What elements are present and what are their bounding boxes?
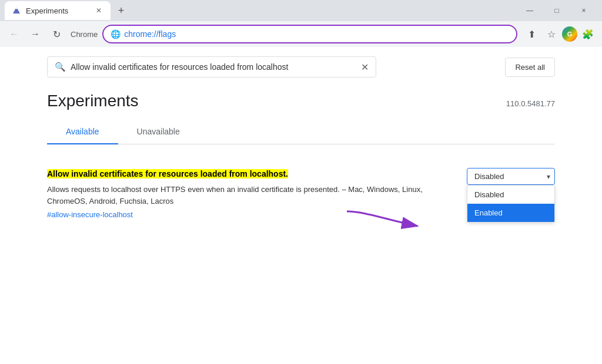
main-content: 🔍 ✕ Reset all Experiments 110.0.5481.77 …: [0, 47, 602, 364]
feature-description: Allows requests to localhost over HTTPS …: [47, 184, 443, 207]
dropdown-option-enabled[interactable]: Enabled: [467, 204, 554, 222]
address-input[interactable]: [124, 29, 509, 39]
nav-bar: ← → ↻ Chrome 🌐 ⬆ ☆ G 🧩: [0, 21, 602, 47]
refresh-button[interactable]: ↻: [47, 25, 66, 43]
page-title: Experiments: [47, 92, 139, 110]
nav-actions: ⬆ ☆ G 🧩: [522, 25, 597, 43]
close-button[interactable]: ×: [570, 0, 597, 21]
security-icon: 🌐: [111, 29, 121, 39]
active-tab[interactable]: Experiments ✕: [5, 1, 111, 20]
restore-button[interactable]: □: [543, 0, 570, 21]
new-tab-button[interactable]: +: [113, 2, 129, 19]
tab-close-button[interactable]: ✕: [94, 6, 103, 15]
dropdown-list: Disabled Enabled: [467, 185, 555, 223]
reset-all-button[interactable]: Reset all: [505, 58, 555, 77]
google-account-icon[interactable]: G: [562, 26, 577, 42]
version-number: 110.0.5481.77: [506, 99, 555, 108]
title-bar-left: Experiments ✕ +: [5, 1, 129, 20]
feature-anchor-link[interactable]: #allow-insecure-localhost: [47, 210, 443, 219]
title-bar: Experiments ✕ + — □ ×: [0, 0, 602, 21]
feature-dropdown[interactable]: Default Disabled Enabled: [467, 168, 555, 185]
address-bar-container[interactable]: 🌐: [102, 25, 517, 43]
tab-title: Experiments: [26, 6, 68, 15]
tab-icon: [12, 6, 21, 15]
clear-search-button[interactable]: ✕: [361, 62, 369, 73]
feature-title: Allow invalid certificates for resources…: [47, 169, 288, 178]
feature-item: Allow invalid certificates for resources…: [47, 159, 555, 228]
back-button[interactable]: ←: [5, 25, 24, 43]
search-section: 🔍 ✕ Reset all: [47, 47, 555, 77]
dropdown-container[interactable]: Default Disabled Enabled ▾ Disabled Enab…: [467, 168, 555, 185]
dropdown-option-disabled[interactable]: Disabled: [467, 186, 554, 204]
bookmark-button[interactable]: ☆: [542, 25, 561, 43]
chrome-label: Chrome: [71, 30, 98, 39]
minimize-button[interactable]: —: [516, 0, 543, 21]
search-bar[interactable]: 🔍 ✕: [47, 56, 376, 77]
search-input[interactable]: [71, 62, 356, 72]
window-controls: — □ ×: [516, 0, 597, 21]
experiments-header: Experiments 110.0.5481.77: [47, 92, 555, 110]
svg-point-1: [16, 8, 18, 9]
search-icon: 🔍: [55, 62, 66, 72]
tab-available[interactable]: Available: [47, 120, 118, 144]
forward-button[interactable]: →: [26, 25, 45, 43]
tabs-container: Available Unavailable: [47, 120, 555, 144]
extensions-button[interactable]: 🧩: [578, 25, 597, 43]
feature-text: Allow invalid certificates for resources…: [47, 168, 443, 219]
tab-unavailable[interactable]: Unavailable: [118, 120, 199, 144]
share-button[interactable]: ⬆: [522, 25, 541, 43]
